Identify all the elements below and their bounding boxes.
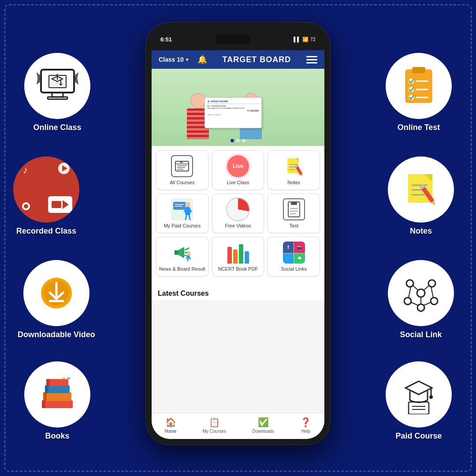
downloadable-video-item[interactable]: Downloadable Video (18, 260, 95, 340)
downloadable-video-circle (23, 260, 89, 326)
class-selector[interactable]: Class 10 ▼ (159, 56, 190, 63)
social-links-icon: f 📷 🐦 💬 (283, 242, 305, 264)
svg-marker-19 (63, 377, 65, 379)
svg-rect-53 (409, 402, 429, 414)
app-header: Class 10 ▼ 🔔 TARGET BOARD (152, 50, 324, 69)
free-videos-icon (227, 198, 249, 220)
phone-notch (206, 33, 259, 45)
status-bar: 6:51 ▌▌ 📶 72 (152, 28, 324, 50)
ncert-pdf-label: NCERT Book PDF (218, 266, 258, 271)
status-time: 6:51 (160, 36, 172, 43)
phone-shell: 6:51 ▌▌ 📶 72 Class 10 ▼ 🔔 (145, 22, 331, 445)
svg-point-39 (428, 280, 435, 287)
header-title: TARGET BOARD (223, 55, 291, 64)
svg-rect-14 (43, 392, 47, 401)
svg-line-79 (189, 215, 190, 219)
svg-rect-15 (45, 385, 70, 393)
svg-rect-13 (43, 392, 71, 401)
svg-line-87 (185, 248, 189, 250)
recorded-class-item[interactable]: ♪ Recorded Class (13, 156, 79, 236)
books-item[interactable]: Books (24, 361, 90, 441)
news-board-cell[interactable]: News & Board Result (156, 237, 208, 276)
svg-rect-18 (46, 379, 50, 386)
svg-rect-11 (42, 400, 73, 408)
dropdown-icon: ▼ (185, 57, 190, 62)
phone-screen: Class 10 ▼ 🔔 TARGET BOARD (152, 50, 324, 439)
svg-point-52 (429, 395, 433, 399)
svg-rect-16 (45, 385, 48, 393)
svg-rect-12 (42, 400, 45, 408)
social-link-circle (388, 260, 454, 326)
online-class-circle (24, 53, 90, 119)
online-test-item[interactable]: Online Test (386, 53, 452, 133)
svg-rect-71 (173, 202, 186, 210)
latest-courses-section: Latest Courses (152, 284, 324, 300)
svg-rect-61 (177, 169, 183, 170)
social-link-item[interactable]: Social Link (388, 260, 454, 340)
svg-rect-2 (48, 97, 67, 99)
live-class-cell[interactable]: Live Live Class (212, 150, 264, 190)
hamburger-menu-icon[interactable] (306, 56, 317, 63)
paid-course-label: Paid Course (395, 431, 442, 441)
svg-line-46 (431, 287, 433, 298)
svg-rect-81 (291, 202, 297, 205)
nav-home[interactable]: 🏠 Home (165, 417, 177, 434)
online-class-label: Online Class (33, 123, 81, 133)
online-class-item[interactable]: Online Class (24, 53, 90, 133)
signal-icon: ▌▌ (294, 37, 301, 42)
nav-downloads[interactable]: ✅ Downloads (252, 417, 274, 434)
ncert-icon (227, 242, 249, 264)
test-cell[interactable]: Test (268, 193, 320, 233)
svg-rect-75 (185, 207, 190, 215)
svg-line-44 (424, 286, 429, 290)
phone-container: 6:51 ▌▌ 📶 72 Class 10 ▼ 🔔 (145, 22, 331, 445)
paid-course-circle (386, 361, 452, 428)
class-selector-text: Class 10 (159, 56, 184, 63)
bell-icon[interactable]: 🔔 (197, 55, 207, 64)
notes-cell[interactable]: Notes (268, 150, 320, 190)
svg-point-42 (417, 304, 424, 311)
help-icon: ❓ (300, 417, 311, 428)
header-left: Class 10 ▼ 🔔 (159, 55, 207, 64)
paid-courses-icon (171, 198, 193, 220)
notes-circle-item[interactable]: Notes (388, 156, 454, 236)
test-label: Test (290, 223, 298, 228)
menu-row-1: All Courses Live Live Class (156, 150, 320, 190)
all-courses-cell[interactable]: All Courses (156, 150, 208, 190)
books-label: Books (45, 431, 69, 441)
recorded-class-label: Recorded Class (16, 226, 76, 236)
online-test-circle (386, 53, 452, 119)
downloads-icon: ✅ (258, 417, 269, 428)
svg-rect-59 (177, 165, 187, 166)
social-links-cell[interactable]: f 📷 🐦 💬 Social Links (268, 237, 320, 276)
free-videos-cell[interactable]: Free Videos (212, 193, 264, 233)
nav-help[interactable]: ❓ Help (300, 417, 311, 434)
nav-my-courses[interactable]: 📋 My Courses (203, 417, 226, 434)
latest-courses-title: Latest Courses (158, 290, 209, 297)
live-class-label: Live Class (227, 180, 249, 185)
svg-point-74 (185, 202, 190, 207)
svg-line-45 (409, 287, 411, 298)
svg-point-40 (404, 298, 411, 305)
news-board-label: News & Board Result (159, 266, 205, 271)
svg-point-41 (431, 298, 438, 305)
wifi-icon: 📶 (302, 37, 309, 42)
menu-row-3: News & Board Result NCERT Book PDF (156, 237, 320, 276)
online-test-label: Online Test (398, 123, 440, 133)
menu-row-2: My Paid Courses Free Videos (156, 193, 320, 233)
svg-rect-60 (177, 167, 185, 168)
svg-point-38 (406, 280, 413, 287)
svg-marker-20 (67, 377, 70, 379)
svg-line-43 (413, 286, 418, 290)
downloadable-video-label: Downloadable Video (18, 330, 95, 340)
social-link-label: Social Link (400, 330, 442, 340)
free-videos-label: Free Videos (225, 223, 251, 228)
books-circle (24, 361, 90, 428)
my-paid-courses-cell[interactable]: My Paid Courses (156, 193, 208, 233)
ncert-pdf-cell[interactable]: NCERT Book PDF (212, 237, 264, 276)
nav-help-label: Help (301, 429, 310, 434)
battery-icon: 72 (310, 37, 316, 42)
paid-course-item[interactable]: Paid Course (386, 361, 452, 441)
nav-home-label: Home (165, 429, 177, 434)
live-button: Live (227, 155, 249, 177)
